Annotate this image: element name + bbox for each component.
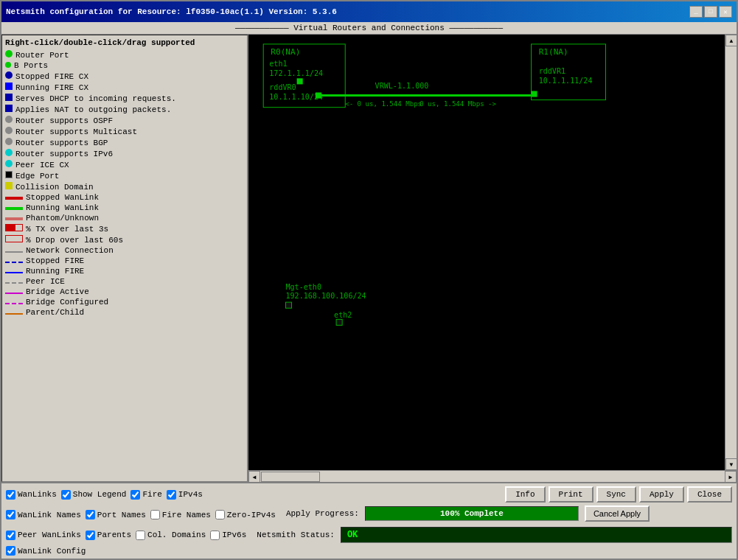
ipv4s-checkbox-item: IPv4s (167, 490, 203, 500)
port-names-label: Port Names (97, 511, 146, 519)
list-item: B Ports (5, 61, 244, 70)
mgt-label: Mgt-eth0 (285, 283, 321, 291)
stats-right: 0 us, 1.544 Mbps -> (420, 100, 496, 108)
apply-button[interactable]: Apply (639, 486, 684, 503)
zero-ipv4s-checkbox[interactable] (215, 510, 225, 519)
ipv6s-checkbox[interactable] (210, 531, 220, 540)
wanlink-config-checkbox[interactable] (6, 546, 15, 556)
list-item: Applies NAT to outgoing packets. (5, 105, 244, 114)
legend-panel: Right-click/double-click/drag supported … (1, 35, 248, 482)
fire-names-checkbox[interactable] (150, 510, 160, 519)
legend-label: Running WanLink (26, 203, 99, 212)
legend-label: B Ports (14, 61, 48, 70)
parents-checkbox[interactable] (86, 531, 95, 540)
action-buttons: Info Print Sync Apply Close (505, 486, 732, 503)
r1-port (532, 91, 537, 97)
eth2-label: eth2 (334, 311, 352, 319)
scroll-down-button[interactable]: ▼ (725, 458, 737, 470)
running-wanlink-icon (5, 203, 23, 212)
wanlinks-checkbox[interactable] (6, 490, 15, 500)
legend-label: Bridge Configured (26, 298, 108, 307)
minimize-button[interactable]: _ (689, 6, 703, 18)
legend-label: Router supports BGP (15, 139, 108, 147)
legend-label: Phantom/Unknown (26, 214, 99, 223)
router-port-icon (5, 50, 13, 60)
peer-ice-cx-icon (5, 160, 13, 169)
svg-text:172.1.1.1/24: 172.1.1.1/24 (269, 69, 323, 77)
scroll-up-button[interactable]: ▲ (725, 35, 737, 46)
svg-rect-10 (336, 319, 342, 325)
list-item: Collision Domain (5, 182, 244, 192)
bridge-active-icon (5, 287, 23, 296)
svg-rect-9 (285, 302, 291, 308)
info-button[interactable]: Info (505, 486, 545, 503)
port-names-checkbox[interactable] (86, 510, 95, 519)
list-item: Running FIRE CX (5, 83, 244, 92)
list-item: Network Connection (5, 246, 244, 255)
close-button[interactable]: Close (687, 486, 732, 503)
stopped-wanlink-icon (5, 193, 23, 202)
svg-text:10.1.1.10/24: 10.1.1.10/24 (269, 93, 323, 101)
list-item: % TX over last 3s (5, 224, 244, 234)
show-legend-label: Show Legend (73, 490, 127, 499)
status-text: OK (347, 530, 358, 540)
vrwl-label: VRWL-1.1.000 (375, 82, 429, 90)
show-legend-checkbox-item: Show Legend (61, 490, 127, 500)
r0-port (297, 78, 303, 84)
list-item: Router supports BGP (5, 138, 244, 147)
router-bgp-icon (5, 138, 13, 147)
close-button[interactable]: ✕ (719, 6, 732, 18)
show-legend-checkbox[interactable] (61, 490, 71, 500)
legend-label: Serves DHCP to incoming requests. (15, 94, 176, 103)
list-item: Edge Port (5, 171, 244, 181)
list-item: Phantom/Unknown (5, 214, 244, 223)
svg-text:rddVR1: rddVR1 (539, 67, 565, 75)
legend-label: Parent/Child (26, 308, 84, 317)
bridge-configured-icon (5, 298, 23, 307)
router-ospf-icon (5, 116, 13, 125)
status-area: Netsmith Status: OK (257, 527, 732, 543)
scroll-h-track[interactable] (260, 471, 725, 482)
peer-wanlinks-label: Peer WanLinks (18, 531, 81, 539)
list-item: Bridge Active (5, 287, 244, 296)
fire-label: Fire (142, 490, 161, 499)
main-content: ——————————— Virtual Routers and Connecti… (1, 22, 737, 559)
network-canvas[interactable]: R0(NA) eth1 172.1.1.1/24 rddVR0 10.1.1.1… (248, 35, 725, 470)
wanlink-names-checkbox-item: WanLink Names (6, 510, 81, 519)
list-item: Router supports Multicast (5, 127, 244, 136)
applies-nat-icon (5, 105, 13, 114)
peer-wanlinks-checkbox[interactable] (6, 531, 15, 540)
canvas-with-scrollbar: R0(NA) eth1 172.1.1.1/24 rddVR0 10.1.1.1… (248, 35, 737, 470)
fire-checkbox[interactable] (130, 490, 140, 500)
list-item: % Drop over last 60s (5, 235, 244, 245)
fire-checkbox-item: Fire (130, 490, 161, 500)
scroll-track[interactable] (725, 46, 737, 458)
scroll-right-button[interactable]: ▶ (725, 471, 737, 482)
network-connection-icon (5, 246, 23, 255)
phantom-unknown-icon (5, 214, 23, 223)
legend-label: Running FIRE (26, 267, 84, 276)
list-item: Stopped FIRE CX (5, 71, 244, 81)
wanlink-names-checkbox[interactable] (6, 510, 15, 519)
svg-text:10.1.1.11/24: 10.1.1.11/24 (539, 77, 593, 85)
parents-checkbox-item: Parents (86, 531, 131, 540)
list-item: Peer ICE CX (5, 160, 244, 169)
ipv4s-checkbox[interactable] (167, 490, 176, 500)
wanlink-config-checkbox-item: WanLink Config (6, 546, 86, 556)
status-value: OK (341, 527, 732, 543)
col-domains-checkbox-item: Col. Domains (136, 531, 206, 540)
sync-button[interactable]: Sync (596, 486, 636, 503)
scroll-h-thumb[interactable] (261, 472, 320, 482)
print-button[interactable]: Print (549, 486, 593, 503)
list-item: Bridge Configured (5, 298, 244, 307)
wanlinks-label: WanLinks (18, 490, 57, 499)
progress-label: Apply Progress: (286, 509, 359, 518)
zero-ipv4s-checkbox-item: Zero-IPv4s (215, 510, 276, 519)
cancel-apply-button[interactable]: Cancel Apply (585, 505, 650, 522)
serves-dhcp-icon (5, 94, 13, 103)
col-domains-checkbox[interactable] (136, 531, 145, 540)
network-canvas-wrapper: R0(NA) eth1 172.1.1.1/24 rddVR0 10.1.1.1… (248, 35, 737, 482)
scroll-left-button[interactable]: ◀ (248, 471, 260, 482)
maximize-button[interactable]: □ (704, 6, 717, 18)
legend-label: Applies NAT to outgoing packets. (15, 105, 171, 114)
